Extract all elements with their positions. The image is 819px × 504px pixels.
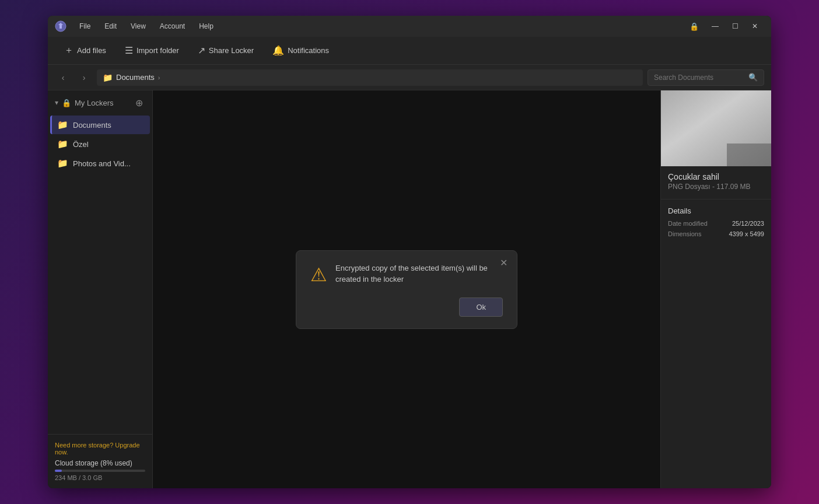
close-button[interactable]: ✕ [746,19,764,33]
folder-icon-documents: 📁 [57,120,68,130]
menu-account[interactable]: Account [154,20,191,33]
modal-message: Encrypted copy of the selected item(s) w… [335,262,488,285]
preview-details: Details Date modified 25/12/2023 Dimensi… [661,202,771,246]
sidebar-item-label-photos: Photos and Vid... [73,159,131,168]
sidebar-header: ▾ 🔒 My Lockers ⊕ [48,90,152,115]
preview-divider [661,199,771,200]
collapse-icon: ▾ [55,99,58,107]
sidebar-item-label-documents: Documents [73,121,111,130]
storage-bar-bg [55,470,145,472]
path-label: Documents [116,73,155,82]
forward-button[interactable]: › [76,69,92,86]
storage-info: 234 MB / 3.0 GB [55,474,145,481]
menu-help[interactable]: Help [193,20,219,33]
sidebar-storage: Need more storage? Upgrade now. Cloud st… [48,434,152,488]
notifications-button[interactable]: 🔔 Notifications [265,41,336,60]
sidebar-item-photos[interactable]: 📁 Photos and Vid... [50,154,150,173]
modal-footer: Ok [310,298,503,317]
modal-close-button[interactable]: ✕ [497,257,510,270]
search-icon: 🔍 [748,73,758,82]
add-files-button[interactable]: ＋ Add files [57,41,113,60]
add-icon: ＋ [64,44,74,57]
warning-icon: ⚠ [310,264,327,286]
menu-view[interactable]: View [125,20,152,33]
folder-icon-photos: 📁 [57,158,68,169]
title-bar: File Edit View Account Help 🔒 — ☐ ✕ [48,16,771,37]
toolbar: ＋ Add files ☰ Import folder ↗ Share Lock… [48,37,771,65]
share-icon: ↗ [198,45,205,56]
lock-icon: 🔒 [685,19,704,33]
preview-date-row: Date modified 25/12/2023 [668,220,764,227]
app-logo [55,20,66,32]
dimensions-value: 4399 x 5499 [729,230,764,237]
main-content: ▾ 🔒 My Lockers ⊕ 📁 Documents 📁 Özel 📁 Ph [48,90,771,488]
sidebar: ▾ 🔒 My Lockers ⊕ 📁 Documents 📁 Özel 📁 Ph [48,90,153,488]
sidebar-header-label: My Lockers [75,99,113,107]
modal-message-line2: created in the locker [335,275,404,284]
path-folder-icon: 📁 [103,73,113,82]
dimensions-label: Dimensions [668,230,701,237]
back-button[interactable]: ‹ [55,69,71,86]
modal-dialog: ✕ ⚠ Encrypted copy of the selected item(… [296,250,517,329]
preview-thumbnail [661,90,771,166]
address-bar: ‹ › 📁 Documents › 🔍 [48,65,771,90]
modal-body: ⚠ Encrypted copy of the selected item(s)… [310,262,503,286]
menu-file[interactable]: File [74,20,96,33]
menu-bar: File Edit View Account Help [74,20,685,33]
sidebar-lock-icon: 🔒 [62,99,71,107]
share-locker-button[interactable]: ↗ Share Locker [191,41,261,60]
sidebar-item-documents[interactable]: 📁 Documents [50,116,150,134]
preview-details-title: Details [668,206,764,215]
window-controls: — ☐ ✕ [706,19,764,33]
search-input[interactable] [654,74,745,82]
import-folder-label: Import folder [136,46,179,55]
modal-ok-button[interactable]: Ok [459,298,503,317]
preview-dimensions-row: Dimensions 4399 x 5499 [668,230,764,237]
search-box[interactable]: 🔍 [648,69,764,86]
share-locker-label: Share Locker [209,46,254,55]
app-window: File Edit View Account Help 🔒 — ☐ ✕ ＋ Ad… [48,16,771,488]
storage-bar-fill [55,470,62,472]
minimize-button[interactable]: — [706,19,724,33]
date-label: Date modified [668,220,708,227]
sidebar-items: 📁 Documents 📁 Özel 📁 Photos and Vid... [48,115,152,434]
path-chevron: › [158,74,160,81]
storage-upgrade-text[interactable]: Need more storage? Upgrade now. [55,442,145,456]
maximize-button[interactable]: ☐ [726,19,744,33]
folder-icon-ozel: 📁 [57,139,68,149]
notifications-label: Notifications [288,46,329,55]
sidebar-header-left: ▾ 🔒 My Lockers [55,99,113,107]
sidebar-add-button[interactable]: ⊕ [132,96,145,109]
address-path[interactable]: 📁 Documents › [97,69,643,86]
import-folder-button[interactable]: ☰ Import folder [118,41,186,60]
sidebar-item-ozel[interactable]: 📁 Özel [50,135,150,153]
menu-edit[interactable]: Edit [99,20,123,33]
import-icon: ☰ [125,45,133,56]
sidebar-item-label-ozel: Özel [73,140,89,149]
add-files-label: Add files [77,46,106,55]
bell-icon: 🔔 [272,45,284,56]
storage-label: Cloud storage (8% used) [55,459,145,467]
preview-filename: Çocuklar sahil [661,166,771,183]
preview-filetype: PNG Dosyası - 117.09 MB [661,183,771,197]
file-area: All files and folders Drag and drop file… [153,90,660,488]
date-value: 25/12/2023 [732,220,764,227]
preview-image [661,90,771,166]
preview-panel: Çocuklar sahil PNG Dosyası - 117.09 MB D… [660,90,771,488]
modal-message-line1: Encrypted copy of the selected item(s) w… [335,264,488,272]
modal-overlay: ✕ ⚠ Encrypted copy of the selected item(… [153,90,660,488]
